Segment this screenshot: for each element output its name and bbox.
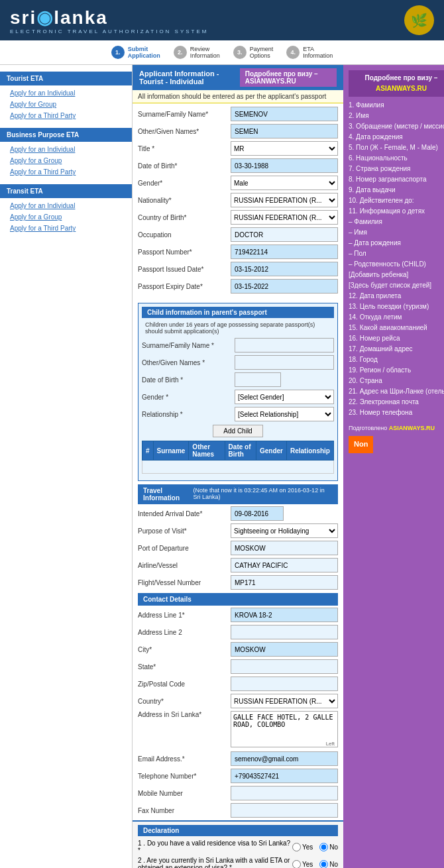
declaration-q2: 2 . Are you currently in Sri Lanka with …: [138, 857, 292, 868]
sidebar-tourist-individual[interactable]: Apply for an Individual: [0, 87, 132, 99]
gender-select[interactable]: MaleFemale: [231, 176, 338, 190]
info-item-12: 12. Дата прилета: [349, 291, 444, 301]
given-names-label: Other/Given Names*: [138, 128, 231, 135]
step-3[interactable]: 3. PaymentOptions: [233, 46, 274, 59]
step-4-num: 4.: [286, 46, 300, 59]
sidebar-transit-third[interactable]: Apply for a Third Party: [0, 223, 132, 234]
q1-yes-option[interactable]: Yes: [292, 843, 313, 851]
info-item-1: 1. Фамилия: [349, 100, 444, 111]
purpose-select[interactable]: Sightseeing or HolidayingBusinessTransit: [231, 523, 338, 538]
q2-no-radio[interactable]: [319, 860, 328, 869]
declaration-section: Declaration 1 . Do you have a valid resi…: [133, 820, 343, 868]
sidebar-business-individual[interactable]: Apply for an Individual: [0, 144, 132, 155]
city-row: City*: [138, 642, 338, 657]
declaration-q1-radios: Yes No: [292, 843, 338, 851]
page-header: sri◉lanka ELECTRONIC TRAVEL AUTHORIZATIO…: [0, 0, 444, 40]
address2-input[interactable]: [231, 625, 338, 639]
mobile-label: Mobile Number: [138, 790, 231, 797]
q1-no-option[interactable]: No: [319, 843, 338, 851]
address1-input[interactable]: [231, 608, 338, 622]
airline-input[interactable]: [231, 558, 338, 572]
info-item-children-list: [Здесь будет список детей]: [349, 280, 444, 291]
state-input[interactable]: [231, 659, 338, 674]
country-row: Country* RUSSIAN FEDERATION (R...: [138, 694, 338, 708]
col-num: #: [142, 441, 154, 461]
occupation-label: Occupation: [138, 231, 231, 239]
arrival-date-input[interactable]: [231, 506, 284, 521]
child-given-names-input[interactable]: [235, 355, 334, 370]
phone-row: Telephone Number*: [138, 769, 338, 783]
gender-row: Gender* MaleFemale: [138, 176, 338, 190]
zip-input[interactable]: [231, 677, 338, 691]
step-1[interactable]: 1. SubmitApplication: [111, 46, 160, 59]
sri-lanka-address-row: Address in Sri Lanka* GALLE FACE HOTEL, …: [138, 711, 338, 749]
title-row: Title * MRMRSMSDR: [138, 141, 338, 156]
passport-num-input[interactable]: [231, 244, 338, 259]
q1-no-radio[interactable]: [319, 843, 328, 851]
sidebar-tourist-third[interactable]: Apply for a Third Party: [0, 110, 132, 121]
step-2[interactable]: 2. ReviewInformation: [174, 46, 220, 59]
logo: sri◉lanka ELECTRONIC TRAVEL AUTHORIZATIO…: [10, 7, 209, 34]
col-surname: Surname: [153, 441, 189, 461]
info-panel-header: Подробнее про визу – ASIANWAYS.RU: [349, 70, 444, 97]
col-gender: Gender: [256, 441, 286, 461]
arrival-label: Intended Arrival Date*: [138, 510, 231, 517]
child-gender-select[interactable]: [Select Gender]MaleFemale: [235, 390, 334, 404]
airline-label: Airline/Vessel: [138, 562, 231, 569]
occupation-row: Occupation: [138, 227, 338, 242]
flight-row: Flight/Vessel Number: [138, 575, 338, 590]
info-item-4: 4. Дата рождения: [349, 132, 444, 142]
form-info-bar: All information should be entered as per…: [133, 90, 343, 103]
child-relationship-select[interactable]: [Select Relationship]CHILD: [235, 407, 334, 421]
sidebar-business-third[interactable]: Apply for a Third Party: [0, 166, 132, 178]
form-area: Applicant Information - Tourist - Indivi…: [133, 65, 343, 868]
mobile-input[interactable]: [231, 786, 338, 800]
travel-title: Travel Information: [143, 487, 194, 502]
sidebar-transit-group[interactable]: Apply for a Group: [0, 211, 132, 223]
country-select[interactable]: RUSSIAN FEDERATION (R...: [231, 694, 338, 708]
sidebar-transit-individual[interactable]: Apply for an Individual: [0, 200, 132, 211]
travel-note: (Note that now it is 03:22:45 AM on 2016…: [194, 487, 333, 502]
child-dob-input[interactable]: [235, 372, 281, 387]
fax-input[interactable]: [231, 803, 338, 818]
surname-input[interactable]: [231, 107, 338, 121]
q2-yes-radio[interactable]: [292, 860, 301, 869]
child-surname-input[interactable]: [235, 338, 334, 353]
add-child-button[interactable]: Add Child: [213, 425, 262, 437]
info-item-17: 17. Домашний адрес: [349, 344, 444, 354]
step-4[interactable]: 4. ETAInformation: [286, 46, 333, 59]
info-item-6: 6. Национальность: [349, 153, 444, 164]
address1-label: Address Line 1*: [138, 612, 231, 619]
address1-row: Address Line 1*: [138, 608, 338, 622]
zip-label: Zip/Postal Code: [138, 680, 231, 688]
travel-header: Travel Information (Note that now it is …: [138, 484, 338, 504]
flight-input[interactable]: [231, 575, 338, 590]
q1-yes-radio[interactable]: [292, 843, 301, 851]
child-relationship-label: Relationship *: [142, 411, 235, 418]
phone-input[interactable]: [231, 769, 338, 783]
q2-no-option[interactable]: No: [319, 860, 338, 869]
given-names-input[interactable]: [231, 124, 338, 138]
email-input[interactable]: [231, 751, 338, 766]
sidebar-tourist-group[interactable]: Apply for Group: [0, 99, 132, 110]
children-table: # Surname Other Names Date of Birth Gend…: [142, 441, 334, 474]
nationality-select[interactable]: RUSSIAN FEDERATION (R...: [231, 193, 338, 207]
city-input[interactable]: [231, 642, 338, 657]
q2-yes-option[interactable]: Yes: [292, 860, 313, 869]
passport-expiry-input[interactable]: [231, 279, 338, 294]
passport-issued-input[interactable]: [231, 262, 338, 276]
occupation-input[interactable]: [231, 227, 338, 242]
purpose-label: Purpose of Visit*: [138, 527, 231, 535]
info-item-child-3: – Дата рождения: [349, 238, 444, 248]
departure-input[interactable]: [231, 541, 338, 555]
zip-row: Zip/Postal Code: [138, 677, 338, 691]
phone-label: Telephone Number*: [138, 773, 231, 780]
airline-row: Airline/Vessel: [138, 558, 338, 572]
info-item-5: 5. Пол (Ж - Female, M - Male): [349, 142, 444, 153]
title-select[interactable]: MRMRSMSDR: [231, 141, 338, 156]
sidebar-business-group[interactable]: Apply for a Group: [0, 155, 132, 166]
country-birth-select[interactable]: RUSSIAN FEDERATION (R...: [231, 210, 338, 225]
step-4-label: ETAInformation: [303, 46, 333, 59]
dob-input[interactable]: [231, 158, 338, 173]
sri-lanka-address-textarea[interactable]: GALLE FACE HOTEL, 2 GALLE ROAD, COLOMBO: [231, 711, 338, 747]
